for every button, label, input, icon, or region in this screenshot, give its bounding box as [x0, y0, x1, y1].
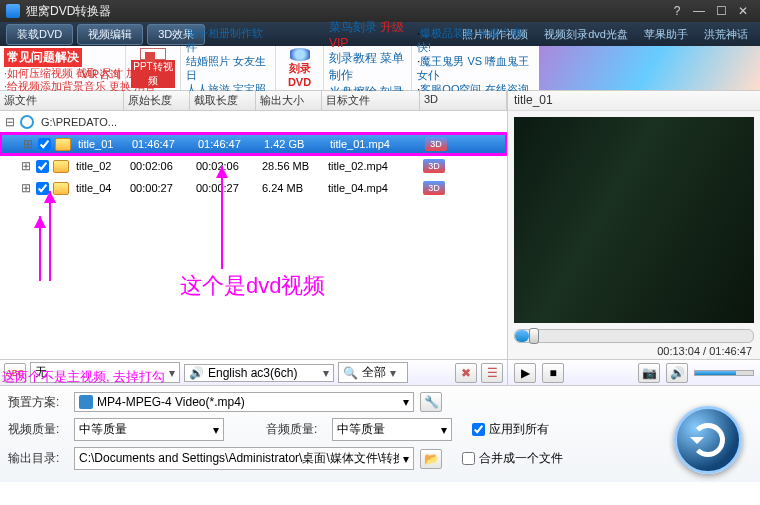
row-checkbox[interactable]: [38, 138, 51, 151]
row-orig: 00:00:27: [127, 182, 193, 194]
ppt-convert-ad[interactable]: PPT转视频: [125, 46, 180, 90]
window-title: 狸窝DVD转换器: [26, 3, 666, 20]
folder-icon: [53, 182, 69, 195]
video-quality-select[interactable]: 中等质量▾: [74, 418, 224, 441]
disc-icon: [20, 115, 34, 129]
load-dvd-button[interactable]: 装载DVD: [6, 24, 73, 45]
maximize-button[interactable]: ☐: [710, 4, 732, 18]
3d-badge[interactable]: 3D: [423, 159, 445, 173]
faq-panel: 常见问题解决VIP咨询 ·如何压缩视频 截取 尺寸 加速 ·给视频添加背景音乐 …: [0, 46, 125, 90]
chevron-down-icon: ▾: [213, 423, 219, 437]
output-label: 输出目录:: [8, 450, 68, 467]
row-size: 28.56 MB: [259, 160, 325, 172]
annotation-uncheck: 这两个不是主视频, 去掉打勾: [2, 368, 165, 386]
close-button[interactable]: ✕: [732, 4, 754, 18]
th-size: 输出大小: [256, 91, 322, 110]
chevron-down-icon: ▾: [390, 366, 396, 380]
faq-line[interactable]: ·如何压缩视频 截取 尺寸 加速: [4, 67, 121, 80]
folder-icon: [55, 138, 71, 151]
th-orig: 原始长度: [124, 91, 190, 110]
dvd-label: 刻录DVD: [281, 61, 318, 88]
toolbar-link[interactable]: 苹果助手: [638, 27, 694, 42]
convert-button[interactable]: [674, 406, 742, 474]
volume-slider[interactable]: [694, 370, 754, 376]
table-row[interactable]: ⊞title_0101:46:4701:46:471.42 GBtitle_01…: [0, 133, 507, 155]
merge-checkbox[interactable]: 合并成一个文件: [462, 450, 563, 467]
delete-button[interactable]: ✖: [455, 363, 477, 383]
apply-all-checkbox[interactable]: 应用到所有: [472, 421, 549, 438]
row-size: 6.24 MB: [259, 182, 325, 194]
help-button[interactable]: ?: [666, 4, 688, 18]
row-checkbox[interactable]: [36, 182, 49, 195]
row-target: title_01.mp4: [327, 138, 425, 150]
row-clip: 01:46:47: [195, 138, 261, 150]
row-name: title_04: [73, 182, 127, 194]
output-dir-input[interactable]: C:\Documents and Settings\Administrator\…: [74, 447, 414, 470]
row-clip: 00:02:06: [193, 160, 259, 172]
volume-button[interactable]: 🔊: [666, 363, 688, 383]
preset-label: 预置方案:: [8, 394, 68, 411]
clear-list-button[interactable]: ☰: [481, 363, 503, 383]
th-target: 目标文件: [322, 91, 420, 110]
minimize-button[interactable]: —: [688, 4, 710, 18]
play-button[interactable]: ▶: [514, 363, 536, 383]
preset-select[interactable]: MP4-MPEG-4 Video(*.mp4)▾: [74, 392, 414, 412]
banner-links-2: 菜鸟刻录 升级 VIP 刻录教程 菜单制作 光盘擦除 刻录照片: [323, 46, 411, 90]
snapshot-button[interactable]: 📷: [638, 363, 660, 383]
ppt-label: PPT转视频: [131, 60, 175, 88]
th-clip: 截取长度: [190, 91, 256, 110]
app-icon: [6, 4, 20, 18]
audio-track-select[interactable]: 🔊English ac3(6ch)▾: [184, 364, 334, 382]
expand-icon[interactable]: ⊞: [20, 159, 32, 173]
time-display: 00:13:04 / 01:46:47: [508, 343, 760, 359]
toolbar-link[interactable]: 视频刻录dvd光盘: [538, 27, 634, 42]
video-preview[interactable]: [514, 117, 754, 323]
ppt-icon: [140, 48, 166, 60]
toolbar-link[interactable]: 洪荒神话: [698, 27, 754, 42]
expand-icon[interactable]: ⊞: [22, 137, 34, 151]
3d-badge[interactable]: 3D: [425, 137, 447, 151]
disc-path: G:\PREDATO...: [38, 116, 120, 128]
open-folder-button[interactable]: 📂: [420, 449, 442, 469]
row-clip: 00:00:27: [193, 182, 259, 194]
vq-label: 视频质量:: [8, 421, 68, 438]
preview-title: title_01: [508, 91, 760, 111]
seek-bar[interactable]: [514, 329, 754, 343]
chevron-down-icon: ▾: [441, 423, 447, 437]
chevron-down-icon: ▾: [403, 395, 409, 409]
scope-select[interactable]: 🔍全部▾: [338, 362, 408, 383]
banner-game-ad[interactable]: [539, 46, 760, 90]
stop-button[interactable]: ■: [542, 363, 564, 383]
row-target: title_04.mp4: [325, 182, 423, 194]
row-name: title_02: [73, 160, 127, 172]
disc-root-row[interactable]: ⊟ G:\PREDATO...: [0, 111, 507, 133]
th-source: 源文件: [0, 91, 124, 110]
row-checkbox[interactable]: [36, 160, 49, 173]
aq-label: 音频质量:: [266, 421, 326, 438]
chevron-down-icon: ▾: [169, 366, 175, 380]
audio-quality-select[interactable]: 中等质量▾: [332, 418, 452, 441]
faq-title: 常见问题解决: [4, 48, 82, 67]
table-row[interactable]: ⊞title_0200:02:0600:02:0628.56 MBtitle_0…: [0, 155, 507, 177]
seek-thumb[interactable]: [529, 328, 539, 344]
chevron-down-icon: ▾: [403, 452, 409, 466]
banner-links-3: ·爆极品装备 来爆个痛快! ·魔王鬼男 VS 嗜血鬼王女仆 ·客服QQ空间 在线…: [411, 46, 539, 90]
row-orig: 00:02:06: [127, 160, 193, 172]
convert-arrow-icon: [691, 423, 725, 457]
chevron-down-icon: ▾: [323, 366, 329, 380]
table-header: 源文件 原始长度 截取长度 输出大小 目标文件 3D: [0, 91, 507, 111]
dvd-icon: [287, 48, 313, 61]
3d-badge[interactable]: 3D: [423, 181, 445, 195]
row-size: 1.42 GB: [261, 138, 327, 150]
edit-video-button[interactable]: 视频编辑: [77, 24, 143, 45]
preset-settings-button[interactable]: 🔧: [420, 392, 442, 412]
row-name: title_01: [75, 138, 129, 150]
burn-dvd-ad[interactable]: 刻录DVD: [275, 46, 323, 90]
banner-links-1: 电子相册制作软件 结婚照片 女友生日 人人旅游 宝宝照片: [180, 46, 275, 90]
expand-icon[interactable]: ⊞: [20, 181, 32, 195]
row-orig: 01:46:47: [129, 138, 195, 150]
table-row[interactable]: ⊞title_0400:00:2700:00:276.24 MBtitle_04…: [0, 177, 507, 199]
annotation-dvd-video: 这个是dvd视频: [180, 271, 325, 301]
collapse-icon[interactable]: ⊟: [4, 115, 16, 129]
th-3d: 3D: [420, 91, 507, 110]
